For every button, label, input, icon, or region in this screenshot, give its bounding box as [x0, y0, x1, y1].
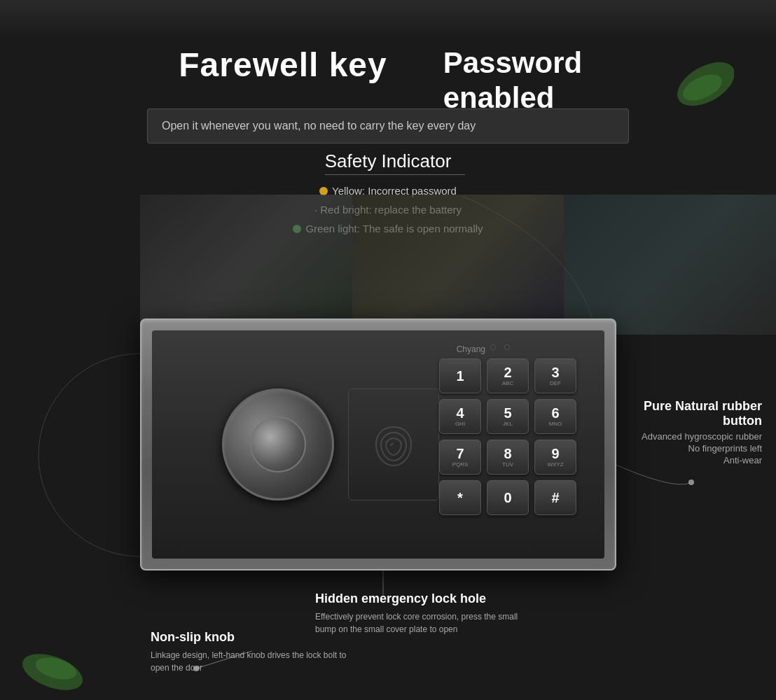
key-letters-3: DEF: [550, 381, 561, 386]
key-number-*: *: [457, 491, 463, 505]
room-photos-background: [140, 195, 776, 335]
room-photo-1: [140, 195, 352, 335]
key-number-3: 3: [551, 365, 559, 379]
anti-wear-label: Anti-wear: [608, 455, 762, 465]
room-photo-3: [564, 195, 776, 335]
key-4[interactable]: 4GHI: [439, 399, 481, 434]
nonslip-knob-desc: Linkage design, left-hand knob drives th…: [151, 649, 347, 674]
right-annotations: Pure Natural rubber button Advanced hygr…: [608, 399, 762, 467]
password-enabled-title: Password enabled: [443, 46, 597, 116]
key-letters-8: TUV: [502, 462, 513, 468]
key-number-5: 5: [504, 406, 511, 420]
key-6[interactable]: 6MNO: [534, 399, 576, 434]
hidden-lock-title: Hidden emergency lock hole: [315, 592, 525, 606]
key-number-2: 2: [504, 365, 511, 379]
bottom-left-annotation: Non-slip knob Linkage design, left-hand …: [151, 630, 347, 674]
header-section: Farewell key Password enabled: [0, 46, 776, 116]
hygroscopic-rubber-label: Advanced hygroscopic rubber: [608, 431, 762, 442]
key-letters-9: WXYZ: [547, 462, 563, 468]
bottom-center-annotation: Hidden emergency lock hole Effectively p…: [315, 592, 525, 636]
key-3[interactable]: 3DEF: [534, 358, 576, 393]
fingerprint-panel[interactable]: [348, 388, 439, 500]
no-fingerprints-label: No fingerprints left: [608, 443, 762, 454]
knob-area[interactable]: [222, 388, 334, 500]
key-letters-2: ABC: [502, 381, 513, 386]
knob-inner[interactable]: [250, 416, 306, 472]
key-number-9: 9: [551, 447, 559, 461]
key-*[interactable]: *: [439, 480, 481, 515]
key-8[interactable]: 8TUV: [487, 440, 529, 475]
key-number-0: 0: [504, 491, 511, 505]
hidden-lock-desc: Effectively prevent lock core corrosion,…: [315, 610, 525, 636]
keypad[interactable]: 12ABC3DEF4GHI5JKL6MNO7PQRS8TUV9WXYZ*0#: [439, 358, 576, 515]
svg-point-1: [688, 479, 694, 485]
subtitle-text: Open it whenever you want, no need to ca…: [162, 118, 614, 134]
key-number-6: 6: [551, 406, 559, 420]
safe-indicator-dot-2: [504, 344, 510, 350]
safe-indicator-dot-1: [490, 344, 496, 350]
yellow-dot: [319, 187, 328, 195]
key-1[interactable]: 1: [439, 358, 481, 393]
key-number-#: #: [551, 491, 559, 505]
safe-container: Chyang: [105, 318, 630, 584]
key-number-7: 7: [456, 447, 464, 461]
subtitle-bar: Open it whenever you want, no need to ca…: [147, 108, 629, 144]
safe-body: Chyang: [140, 318, 616, 570]
key-2[interactable]: 2ABC: [487, 358, 529, 393]
key-5[interactable]: 5JKL: [487, 399, 529, 434]
rubber-button-title: Pure Natural rubber button: [608, 399, 762, 428]
nonslip-knob-title: Non-slip knob: [151, 630, 347, 645]
safety-indicator-title: Safety Indicator: [325, 150, 452, 172]
fingerprint-icon: [373, 420, 415, 469]
key-7[interactable]: 7PQRS: [439, 440, 481, 475]
brand-label: Chyang: [457, 344, 485, 354]
leaf-decoration-bottom-left: [21, 630, 112, 700]
knob-outer[interactable]: [222, 388, 334, 500]
key-letters-6: MNO: [549, 421, 562, 427]
key-number-4: 4: [456, 406, 464, 420]
safe-inner-panel: Chyang: [152, 330, 604, 559]
key-9[interactable]: 9WXYZ: [534, 440, 576, 475]
key-number-8: 8: [504, 447, 511, 461]
key-0[interactable]: 0: [487, 480, 529, 515]
key-letters-5: JKL: [503, 421, 513, 427]
key-letters-7: PQRS: [452, 462, 469, 468]
key-letters-4: GHI: [455, 421, 465, 427]
top-bar: [0, 0, 776, 38]
key-number-1: 1: [456, 369, 464, 383]
key-#[interactable]: #: [534, 480, 576, 515]
room-photo-2: [352, 195, 564, 335]
farewell-key-title: Farewell key: [179, 46, 387, 84]
